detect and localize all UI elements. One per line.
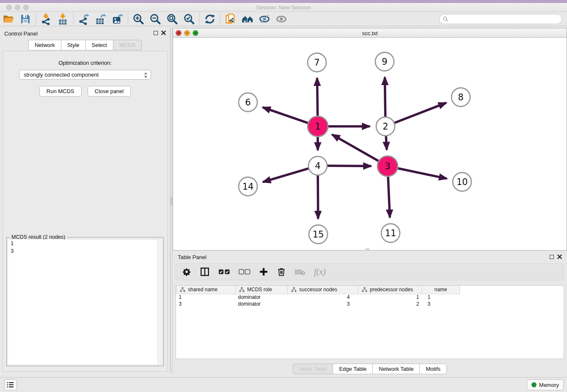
- table-tab-network-table[interactable]: Network Table: [372, 364, 419, 374]
- table-cell[interactable]: 3: [288, 301, 358, 307]
- import-network-icon: [40, 13, 52, 25]
- tab-style[interactable]: Style: [61, 40, 85, 50]
- graph-edge-2-8[interactable]: [394, 103, 446, 123]
- zoom-fit-button[interactable]: [164, 12, 181, 26]
- graph-edge-4-3[interactable]: [326, 166, 371, 166]
- graph-node-8[interactable]: 8: [451, 88, 470, 107]
- clone-network-button[interactable]: [222, 12, 239, 26]
- graph-edge-3-11[interactable]: [388, 175, 390, 217]
- splitter-handle[interactable]: [171, 197, 172, 205]
- column-header-name[interactable]: name: [422, 286, 460, 294]
- table-tab-node-table[interactable]: Node Table: [293, 364, 333, 374]
- export-image-button[interactable]: [109, 12, 126, 26]
- run-mcds-button[interactable]: Run MCDS: [39, 86, 82, 97]
- tab-select[interactable]: Select: [85, 40, 113, 50]
- unchecked-boxes-icon: [239, 269, 250, 275]
- graph-node-9[interactable]: 9: [375, 52, 394, 71]
- delete-row-button[interactable]: [277, 266, 286, 278]
- column-header-mcds-role[interactable]: MCDS role: [236, 286, 288, 294]
- table-tabs: Node TableEdge TableNetwork TableMotifs: [173, 364, 567, 374]
- table-tab-motifs[interactable]: Motifs: [419, 364, 447, 374]
- table-cell[interactable]: dominator: [236, 294, 288, 301]
- graph-node-1[interactable]: 1: [308, 116, 328, 137]
- result-list-item[interactable]: 3: [8, 247, 162, 255]
- graph-edge-4-15[interactable]: [318, 174, 318, 218]
- first-neighbors-button[interactable]: [239, 12, 256, 26]
- graph-edge-1-6[interactable]: [263, 108, 309, 124]
- table-panel-header: Table Panel: [173, 251, 567, 262]
- sitemap-icon: [362, 287, 367, 293]
- graph-edge-2-9[interactable]: [385, 77, 385, 118]
- graph-edge-2-3[interactable]: [386, 135, 387, 149]
- open-session-button[interactable]: [0, 12, 17, 26]
- open-folder-icon: [3, 13, 14, 25]
- graph-node-6[interactable]: 6: [239, 93, 257, 112]
- graph-node-2[interactable]: 2: [376, 117, 395, 136]
- graph-node-label: 10: [457, 177, 468, 187]
- table-cell[interactable]: 1: [358, 294, 422, 301]
- task-history-button[interactable]: [4, 379, 17, 390]
- graph-edge-3-1[interactable]: [332, 135, 380, 162]
- graph-edge-4-14[interactable]: [263, 168, 309, 182]
- table-cell[interactable]: 1: [422, 294, 460, 301]
- select-all-button[interactable]: [218, 266, 230, 278]
- table-row[interactable]: 1dominator411: [176, 294, 460, 301]
- tab-network[interactable]: Network: [28, 40, 61, 50]
- zoom-selected-button[interactable]: [181, 12, 198, 26]
- add-row-button[interactable]: [259, 266, 268, 278]
- table-row[interactable]: 3dominator323: [176, 301, 460, 307]
- mcds-result-list[interactable]: 13: [8, 240, 162, 364]
- show-all-button[interactable]: [273, 12, 290, 26]
- graph-node-15[interactable]: 15: [309, 225, 328, 244]
- graph-node-7[interactable]: 7: [308, 53, 326, 72]
- table-cell[interactable]: dominator: [236, 301, 288, 307]
- graph-node-14[interactable]: 14: [239, 177, 257, 196]
- deselect-all-button[interactable]: [239, 266, 250, 278]
- import-table-button[interactable]: [55, 12, 72, 26]
- save-session-button[interactable]: [17, 12, 34, 26]
- graph-node-11[interactable]: 11: [381, 224, 400, 243]
- close-panel-button[interactable]: Close panel: [88, 86, 131, 97]
- zoom-in-button[interactable]: [130, 12, 147, 26]
- stepper-icon: [144, 72, 148, 78]
- table-cell[interactable]: 1: [176, 294, 236, 301]
- network-graph[interactable]: 7968124314101511: [173, 38, 567, 250]
- criterion-select[interactable]: strongly connected component: [19, 70, 151, 80]
- zoom-out-button[interactable]: [147, 12, 164, 26]
- graph-node-3[interactable]: 3: [377, 156, 398, 177]
- table-cell[interactable]: 2: [358, 301, 422, 307]
- delete-table-icon: [295, 268, 306, 276]
- table-cell[interactable]: 3: [176, 301, 236, 307]
- table-settings-button[interactable]: [182, 266, 191, 278]
- graph-node-10[interactable]: 10: [453, 173, 471, 191]
- column-header-successor-nodes[interactable]: successor nodes: [288, 286, 358, 294]
- search-icon: [443, 16, 449, 22]
- column-header-predecessor-nodes[interactable]: predecessor nodes: [358, 286, 422, 294]
- refresh-layout-button[interactable]: [201, 12, 218, 26]
- close-table-panel-icon[interactable]: [557, 254, 562, 259]
- column-header-shared-name[interactable]: shared name: [176, 286, 236, 294]
- graph-node-4[interactable]: 4: [308, 157, 327, 175]
- import-network-button[interactable]: [38, 12, 55, 26]
- app-titlebar: Session: New Session: [0, 3, 567, 12]
- network-canvas[interactable]: 7968124314101511: [173, 38, 567, 251]
- table-cell[interactable]: 4: [288, 294, 358, 301]
- export-network-button[interactable]: [75, 12, 92, 26]
- table-cell[interactable]: 3: [422, 301, 460, 307]
- close-panel-icon[interactable]: [161, 30, 166, 35]
- graph-edge-3-10[interactable]: [397, 168, 447, 179]
- float-table-panel-icon[interactable]: [550, 255, 554, 259]
- table-tab-edge-table[interactable]: Edge Table: [333, 364, 372, 374]
- hide-selected-button[interactable]: [256, 12, 273, 26]
- search-input[interactable]: [439, 14, 562, 24]
- toolbar-separator: [73, 13, 74, 25]
- export-table-button[interactable]: [92, 12, 109, 26]
- graph-edge-1-7[interactable]: [317, 78, 317, 117]
- graph-node-label: 8: [458, 92, 463, 102]
- float-panel-icon[interactable]: [154, 31, 158, 35]
- result-list-item[interactable]: 1: [8, 240, 162, 247]
- tab-mcds[interactable]: MCDS: [113, 40, 142, 50]
- memory-button[interactable]: Memory: [527, 379, 564, 390]
- show-column-button[interactable]: [200, 266, 210, 278]
- result-scrollbar[interactable]: [157, 240, 162, 364]
